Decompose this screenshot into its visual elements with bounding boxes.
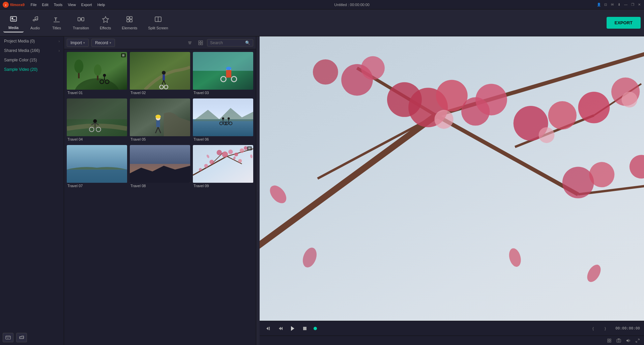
menu-export[interactable]: Export xyxy=(79,2,94,7)
export-button[interactable]: EXPORT xyxy=(607,17,641,29)
grid-view-icon[interactable] xyxy=(196,38,205,47)
transition-label: Transition xyxy=(73,26,89,30)
play-dot-indicator xyxy=(314,327,317,330)
mark-out-button[interactable]: } xyxy=(601,324,610,333)
elements-label: Elements xyxy=(122,26,137,30)
media-item-travel08[interactable]: Travel 08 xyxy=(130,145,190,189)
svg-point-90 xyxy=(216,150,222,155)
svg-point-95 xyxy=(204,164,208,168)
media-item-label-travel06: Travel 06 xyxy=(193,136,253,142)
menu-file[interactable]: File xyxy=(29,2,39,7)
svg-marker-150 xyxy=(626,339,628,342)
titles-label: Titles xyxy=(52,26,61,30)
media-item-travel07[interactable]: Travel 07 xyxy=(67,145,127,189)
menu-view[interactable]: View xyxy=(66,2,78,7)
mail-icon[interactable]: ✉ xyxy=(610,3,614,7)
import-dropdown[interactable]: Import ▾ xyxy=(67,39,89,47)
media-item-travel04[interactable]: Travel 04 xyxy=(67,98,127,142)
media-toolbar: Import ▾ Record ▾ xyxy=(64,36,256,49)
left-sidebar: Project Media (0) › Shared Media (166) ›… xyxy=(0,36,64,345)
svg-point-135 xyxy=(539,127,555,143)
preview-area: { } 00:00:00:00 xyxy=(260,36,644,345)
restore-button[interactable]: ❐ xyxy=(631,3,635,7)
svg-rect-12 xyxy=(78,18,80,21)
svg-point-51 xyxy=(226,67,231,70)
title-center: Untitled : 00:00:00:00 xyxy=(334,3,370,7)
sidebar-item-sample-color[interactable]: Sample Color (15) xyxy=(0,55,64,65)
splitscreen-icon xyxy=(154,16,162,25)
sidebar-sample-video-label: Sample Video (20) xyxy=(4,67,37,72)
media-thumb-travel07 xyxy=(67,145,127,183)
svg-rect-3 xyxy=(11,18,13,19)
elements-icon xyxy=(126,16,133,25)
media-item-label-travel05: Travel 05 xyxy=(130,136,190,142)
svg-marker-137 xyxy=(266,327,268,330)
toolbar-titles[interactable]: T Titles xyxy=(47,13,67,32)
svg-marker-15 xyxy=(103,17,109,23)
media-item-travel03[interactable]: Travel 03 xyxy=(193,52,253,96)
toolbar-transition[interactable]: Transition xyxy=(68,13,94,32)
step-back-button[interactable] xyxy=(276,324,285,333)
open-folder-button[interactable] xyxy=(16,333,27,342)
main-layout: Project Media (0) › Shared Media (166) ›… xyxy=(0,36,644,345)
search-input[interactable] xyxy=(210,40,244,45)
svg-point-88 xyxy=(222,151,228,157)
media-grid: ⊞ Travel 01 xyxy=(64,49,256,345)
skip-back-button[interactable] xyxy=(264,324,273,333)
toolbar-media[interactable]: Media xyxy=(3,13,24,32)
media-item-travel09[interactable]: ⊞ Travel 09 xyxy=(193,145,253,189)
filter-icon[interactable] xyxy=(185,38,194,47)
svg-point-94 xyxy=(209,160,214,164)
svg-rect-145 xyxy=(608,341,609,342)
menu-help[interactable]: Help xyxy=(95,2,107,7)
sidebar-item-project-media[interactable]: Project Media (0) › xyxy=(0,36,64,46)
media-item-travel05[interactable]: Travel 05 xyxy=(130,98,190,142)
toolbar-effects[interactable]: Effects xyxy=(95,13,116,32)
preview-frame xyxy=(260,36,644,321)
svg-rect-29 xyxy=(199,43,200,45)
profile-icon[interactable]: 👤 xyxy=(597,3,601,7)
toolbar-audio[interactable]: Audio xyxy=(25,13,45,32)
record-chevron-icon: ▾ xyxy=(110,41,111,45)
volume-icon[interactable] xyxy=(624,337,632,344)
svg-point-92 xyxy=(240,148,244,153)
svg-point-91 xyxy=(234,152,238,156)
record-label: Record xyxy=(95,40,108,45)
sidebar-item-shared-media[interactable]: Shared Media (166) › xyxy=(0,46,64,55)
menu-tools[interactable]: Tools xyxy=(52,2,65,7)
stop-button[interactable] xyxy=(300,324,310,333)
svg-point-89 xyxy=(228,149,233,154)
record-dropdown[interactable]: Record ▾ xyxy=(91,39,115,47)
screenshot-icon[interactable] xyxy=(615,337,622,344)
toolbar-splitscreen[interactable]: Split Screen xyxy=(143,13,173,32)
share-icon[interactable]: ⊡ xyxy=(604,3,608,7)
media-item-travel06[interactable]: Travel 06 xyxy=(193,98,253,142)
media-item-label-travel02: Travel 02 xyxy=(130,90,190,96)
sidebar-shared-media-label: Shared Media (166) xyxy=(4,48,40,53)
title-bar: f filmora9 File Edit Tools View Export H… xyxy=(0,0,644,9)
menu-edit[interactable]: Edit xyxy=(40,2,51,7)
minimize-button[interactable]: — xyxy=(624,3,628,7)
svg-line-9 xyxy=(35,17,38,17)
add-folder-button[interactable]: + xyxy=(3,333,13,342)
sidebar-item-sample-video[interactable]: Sample Video (20) xyxy=(0,65,64,74)
preview-controls: { } 00:00:00:00 xyxy=(260,321,644,336)
svg-point-114 xyxy=(475,84,507,116)
media-item-travel01[interactable]: ⊞ Travel 01 xyxy=(67,52,127,96)
media-icon xyxy=(10,15,17,24)
resize-handle[interactable]: ⋮ xyxy=(256,36,260,345)
toolbar-elements[interactable]: Elements xyxy=(117,13,142,32)
svg-rect-16 xyxy=(127,17,129,19)
mark-in-button[interactable]: { xyxy=(588,324,598,333)
svg-point-65 xyxy=(155,115,161,118)
expand-icon[interactable] xyxy=(634,337,641,344)
close-button[interactable]: ✕ xyxy=(637,3,641,7)
media-item-label-travel03: Travel 03 xyxy=(193,90,253,96)
svg-rect-43 xyxy=(163,75,165,80)
fullscreen-icon[interactable] xyxy=(606,337,613,344)
svg-rect-28 xyxy=(201,41,203,42)
media-grid-overlay-01: ⊞ xyxy=(121,53,126,57)
play-button[interactable] xyxy=(288,324,297,333)
media-item-travel02[interactable]: Travel 02 xyxy=(130,52,190,96)
download-icon[interactable]: ⬇ xyxy=(617,3,621,7)
